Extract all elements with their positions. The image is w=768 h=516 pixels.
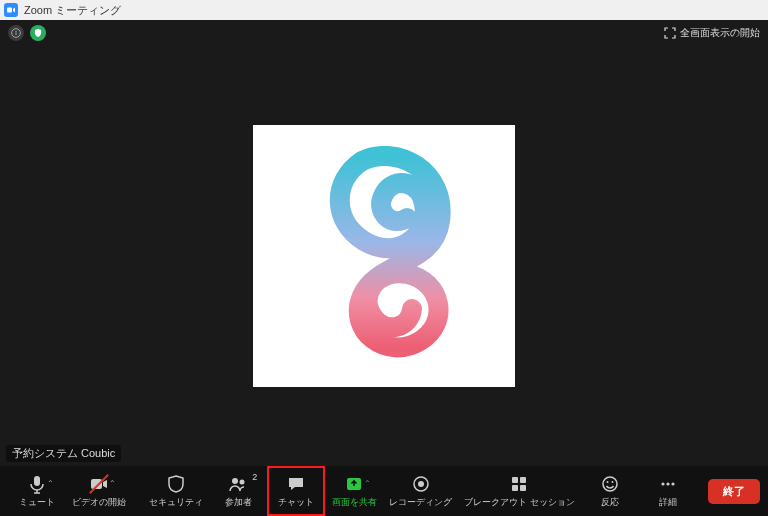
shield-icon bbox=[166, 474, 186, 494]
svg-rect-4 bbox=[34, 476, 40, 486]
meeting-toolbar: ⌃ ミュート ⌃ ビデオの開始 セキュリティ bbox=[0, 466, 768, 516]
breakout-rooms-button[interactable]: ブレークアウト セッション bbox=[458, 466, 581, 516]
reactions-button[interactable]: 反応 bbox=[581, 466, 639, 516]
svg-point-10 bbox=[418, 481, 424, 487]
window-title: Zoom ミーティング bbox=[24, 3, 121, 18]
breakout-icon bbox=[509, 474, 529, 494]
participants-icon: 2 bbox=[228, 474, 248, 494]
mute-button[interactable]: ⌃ ミュート bbox=[8, 466, 66, 516]
participants-count: 2 bbox=[252, 472, 257, 482]
info-icon[interactable] bbox=[8, 25, 24, 41]
recording-button[interactable]: レコーディング bbox=[383, 466, 458, 516]
participant-avatar-logo bbox=[302, 146, 467, 366]
video-area: 予約システム Coubic bbox=[0, 46, 768, 466]
more-icon bbox=[658, 474, 678, 494]
svg-point-2 bbox=[15, 31, 16, 32]
svg-rect-12 bbox=[520, 477, 526, 483]
svg-rect-11 bbox=[512, 477, 518, 483]
participant-video-tile[interactable] bbox=[253, 125, 515, 387]
svg-point-17 bbox=[611, 481, 613, 483]
smile-icon bbox=[600, 474, 620, 494]
share-screen-button[interactable]: ⌃ 画面を共有 bbox=[325, 466, 383, 516]
svg-point-15 bbox=[603, 477, 617, 491]
microphone-icon: ⌃ bbox=[27, 474, 47, 494]
participant-name-label: 予約システム Coubic bbox=[6, 445, 121, 462]
enter-fullscreen-button[interactable]: 全画面表示の開始 bbox=[664, 26, 760, 40]
zoom-logo-icon bbox=[4, 3, 18, 17]
top-bar: 全画面表示の開始 bbox=[0, 20, 768, 46]
encryption-shield-icon[interactable] bbox=[30, 25, 46, 41]
share-screen-icon: ⌃ bbox=[344, 474, 364, 494]
svg-rect-0 bbox=[7, 8, 12, 13]
svg-point-19 bbox=[666, 482, 669, 485]
record-icon bbox=[411, 474, 431, 494]
start-video-button[interactable]: ⌃ ビデオの開始 bbox=[66, 466, 132, 516]
chevron-up-icon[interactable]: ⌃ bbox=[109, 479, 116, 488]
svg-point-20 bbox=[671, 482, 674, 485]
chevron-up-icon[interactable]: ⌃ bbox=[364, 479, 371, 488]
svg-rect-13 bbox=[512, 485, 518, 491]
more-button[interactable]: 詳細 bbox=[639, 466, 697, 516]
chevron-up-icon[interactable]: ⌃ bbox=[47, 479, 54, 488]
svg-point-16 bbox=[606, 481, 608, 483]
fullscreen-icon bbox=[664, 27, 676, 39]
svg-rect-3 bbox=[16, 32, 17, 35]
fullscreen-label: 全画面表示の開始 bbox=[680, 26, 760, 40]
svg-point-6 bbox=[232, 478, 238, 484]
chat-button[interactable]: チャット bbox=[267, 466, 325, 516]
end-meeting-button[interactable]: 終了 bbox=[708, 479, 760, 504]
participants-button[interactable]: 2 参加者 bbox=[209, 466, 267, 516]
window-titlebar: Zoom ミーティング bbox=[0, 0, 768, 20]
security-button[interactable]: セキュリティ bbox=[143, 466, 209, 516]
camera-off-icon: ⌃ bbox=[89, 474, 109, 494]
svg-point-7 bbox=[240, 479, 245, 484]
chat-icon bbox=[286, 474, 306, 494]
svg-rect-14 bbox=[520, 485, 526, 491]
svg-point-18 bbox=[661, 482, 664, 485]
